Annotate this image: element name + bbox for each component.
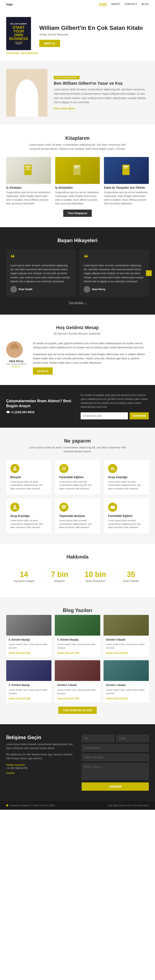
svg-rect-9 — [123, 167, 128, 168]
stat-4-label: Ezilen Ödülleri — [117, 580, 145, 582]
nav-links: HOME ABOUT CONTACT BLOG — [99, 3, 149, 6]
nav-blog[interactable]: BLOG — [141, 3, 149, 6]
service-2-body: Lorem ipsum dolor sit amet, consectetuer… — [59, 480, 96, 490]
blog-content-2: 5. Gönderi Başlığı Lorem small 2 text. L… — [55, 636, 100, 657]
blog-6-link[interactable]: DAHA FAZLASI İÇİN — [106, 697, 128, 700]
contact-body-1: Lorem ipsum dolor sit amet, consectetuer… — [6, 743, 73, 750]
blog-4-link[interactable]: DAHA FAZLASI İÇİN — [9, 697, 30, 700]
service-6-title: Fartındaki Eğitimi — [108, 514, 145, 517]
welcome-right: En sevilen en popüler, yıllar güçlü ile … — [33, 341, 149, 375]
blog-5-link[interactable]: DAHA FAZLASI İÇİN — [57, 697, 79, 700]
blog-2-link[interactable]: DAHA FAZLASI İÇİN — [57, 652, 79, 654]
contact-info: Telefon numaram +1 232 343 44 55 E-posta — [6, 764, 73, 774]
stat-2-num: 7 bin — [46, 570, 73, 579]
blog-img-1 — [6, 615, 51, 636]
hero-title: William Gilbert'in En Çok Satan Kitabı — [39, 24, 143, 32]
blog-content-5: Gönderi 2 Başlık Lorem small 2 text. Lor… — [55, 681, 100, 703]
book-card-3: Daha İyi Tavayeler İçin Fikirler Suspend… — [104, 157, 149, 205]
cta-heading: Çalışmalarımdan İlham Aldınız? Beni Bugü… — [6, 399, 74, 409]
welcome-btn[interactable]: Şimdi Al — [33, 368, 53, 375]
contact-email-input[interactable] — [82, 744, 149, 752]
service-card-6: Fartındaki Eğitimi Lorem ipsum dolor sit… — [104, 498, 149, 533]
nav-contact[interactable]: CONTACT — [124, 3, 137, 6]
service-5-title: Toplumda tartışma — [59, 514, 96, 517]
stat-4: 35 Ezilen Ödülleri — [113, 566, 149, 587]
nick-link[interactable]: Kullanıcı — [6, 365, 27, 368]
blog-1-link[interactable]: DAHA FAZLASI İÇİN — [9, 652, 30, 654]
hero-text: William Gilbert'in En Çok Satan Kitabı #… — [39, 24, 143, 47]
phone-label: Telefon numaram +1 232 343 44 55 — [6, 764, 73, 770]
blog-post-6: Gönderi 1 Başlık Lorem small 2 text. Lor… — [104, 660, 149, 703]
cta-submit-button[interactable]: GÖNDERİN — [130, 412, 149, 419]
contact-left: İletişime Geçin Lorem ipsum dolor sit am… — [6, 735, 73, 791]
about-tag: KITAPLARIMI İNDİRİN ↓ — [54, 76, 79, 79]
see-all-link[interactable]: Tüm görüşler → — [69, 301, 86, 304]
all-books-button[interactable]: Tüm Kitaplarım — [63, 210, 92, 217]
service-3-body: Lorem ipsum dolor sit amet, consectetuer… — [108, 480, 145, 490]
stat-1: 14 Yayınlanan Kitaplar — [6, 566, 42, 587]
hero-category: #Kitap Sünnet Manzullar — [39, 33, 143, 36]
book-thumb-1 — [6, 157, 51, 184]
service-6-body: Lorem ipsum dolor sit amet, consectetuer… — [108, 519, 145, 529]
service-icon-6 — [108, 503, 117, 512]
stat-1-label: Yayınlanan Kitaplar — [10, 580, 38, 582]
last-name-input[interactable] — [116, 735, 149, 742]
about-heading: Ben William Gilbert'm Yazar ve Koç — [54, 81, 149, 86]
nick-body — [8, 348, 21, 358]
nick-title: Tam olarak Kullanıcı — [6, 363, 27, 365]
svg-rect-8 — [123, 166, 128, 167]
service-icon-2 — [59, 464, 68, 473]
about-link[interactable]: Daha fazla öğren — [54, 107, 75, 110]
book-1-body: Suspendisse quis dui vel est vestibulum … — [6, 191, 51, 205]
svg-rect-1 — [25, 166, 31, 167]
phone-icon: ☎ — [6, 410, 10, 414]
book-card-1: İş Stratejisi Suspendisse quis dui vel e… — [6, 157, 51, 205]
cta-phone: ☎ +1 (234) 567-8910 — [6, 410, 74, 414]
blog-all-button[interactable]: TÜKLENEN BLOG İÇİN — [58, 706, 97, 714]
nav-about[interactable]: ABOUT — [111, 3, 120, 6]
testimonial-next-button[interactable]: › — [146, 270, 152, 276]
blog-6-body: Lorem small 2 text. Lorem ipsum dolor si… — [106, 688, 146, 695]
first-name-input[interactable] — [82, 735, 114, 742]
book-cover: WILLIAM GILBERT START YOUR OWN BUSINESS … — [6, 17, 31, 50]
contact-section: İletişime Geçin Lorem ipsum dolor sit am… — [0, 724, 155, 801]
stat-2-label: Müşteriler — [46, 580, 73, 582]
blog-content-6: Gönderi 1 Başlık Lorem small 2 text. Lor… — [104, 681, 149, 703]
contact-phone-input[interactable] — [82, 754, 149, 761]
book-3-title: Daha İyi Tavayeler İçin Fikirler — [104, 186, 149, 189]
welcome-content: Nick Perry Tam olarak Kullanıcı Kullanıc… — [6, 341, 149, 375]
phone-value[interactable]: +1 232 343 44 55 — [6, 767, 73, 770]
author-1-name: Paul Smith — [19, 288, 32, 291]
testimonial-1-author: Paul Smith — [10, 286, 71, 293]
contact-submit-button[interactable]: GÖNDER — [82, 783, 149, 791]
nav-logo[interactable]: logo — [6, 3, 13, 6]
blog-3-link[interactable]: DAHA FAZLASI İÇİN — [106, 652, 128, 654]
cta-email-input[interactable] — [81, 412, 128, 419]
service-2-title: Fartındaki Eğitimi — [59, 476, 96, 479]
service-card-4: Grup Koçluğu Lorem ipsum dolor sit amet,… — [6, 498, 51, 533]
blog-img-3 — [104, 615, 149, 636]
books-subtitle: Lorem ipsum dolor sit amet, consectetuer… — [26, 143, 129, 151]
nav-home[interactable]: HOME — [99, 3, 107, 6]
person-body — [16, 79, 38, 116]
blog-img-4 — [6, 660, 51, 681]
book-title: START YOUR OWN BUSINESS — [9, 26, 28, 41]
contact-message-input[interactable] — [82, 763, 149, 780]
blog-post-2: 5. Gönderi Başlığı Lorem small 2 text. L… — [55, 615, 100, 657]
contact-title: İletişime Geçin — [6, 735, 73, 740]
stat-3-label: Mutlu Dinleyicileri — [82, 580, 109, 582]
blog-4-title: 3. Gönderi Başlığı — [9, 683, 49, 687]
book-author: WILLIAM GILBERT — [10, 23, 27, 25]
welcome-subtitle: Bir deneyim Burada Mesajını başlamak. — [6, 332, 149, 335]
phone-number[interactable]: +1 (234) 567-8910 — [11, 410, 35, 414]
stats-section: Hakkında 14 Yayınlanan Kitaplar 7 bin Mü… — [0, 544, 155, 597]
welcome-title: Hoş Geldiniz Mesajı — [6, 325, 149, 330]
service-icon-4 — [10, 503, 19, 512]
service-card-3: Grup Koçluğu Lorem ipsum dolor sit amet,… — [104, 460, 149, 495]
testimonial-1: ❝ Lorem ipsum dolor sit amet, consectetu… — [6, 250, 76, 297]
service-4-body: Lorem ipsum dolor sit amet, consectetuer… — [10, 519, 47, 529]
svg-rect-2 — [25, 167, 30, 168]
hero-buy-button[interactable]: ŞİMDİ AL — [39, 40, 60, 47]
blog-img-6 — [104, 660, 149, 681]
blog-title: Blog Yazıları — [6, 608, 149, 613]
